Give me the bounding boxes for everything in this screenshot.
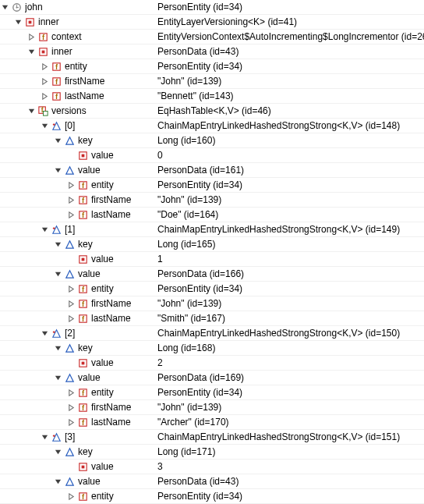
svg-marker-73 [55,375,60,379]
chevron-down-icon[interactable] [53,165,62,175]
svg-rect-34 [82,154,85,157]
node-value: 0 [156,150,424,161]
tree-row[interactable]: keyLong (id=165) [0,237,424,252]
tree-row[interactable]: ffirstName"John" (id=139) [0,193,424,208]
tree-row[interactable]: value1 [0,252,424,267]
indent [0,452,53,453]
chevron-down-icon[interactable] [40,225,49,234]
tree-row[interactable]: [3]ChainMapEntryLinkedHashedStrongStrong… [0,430,424,445]
tree-row[interactable]: valuePersonData (id=166) [0,267,424,282]
chevron-right-icon[interactable] [66,492,76,501]
tree-row[interactable]: innerPersonData (id=43) [0,44,424,59]
tree-row[interactable]: flastName"Archer" (id=170) [0,415,424,430]
indent [0,244,53,245]
chevron-right-icon[interactable] [26,32,36,41]
node-value: PersonEntity (id=34) [156,491,424,502]
tri-icon [64,135,76,147]
chevron-down-icon[interactable] [53,373,62,382]
chevron-right-icon[interactable] [66,403,76,412]
chevron-down-icon[interactable] [40,432,49,442]
tree-row[interactable]: ffirstName"John" (id=139) [0,296,424,311]
chevron-right-icon[interactable] [40,91,49,101]
field-icon: f [77,313,89,325]
tree-row[interactable]: [1]ChainMapEntryLinkedHashedStrongStrong… [0,222,424,237]
tree-row[interactable]: value0 [0,148,424,163]
tree-row[interactable]: keyLong (id=168) [0,341,424,356]
tri-icon [64,372,76,384]
indent [0,289,66,289]
chevron-down-icon[interactable] [26,47,36,56]
chevron-down-icon[interactable] [0,2,9,12]
chevron-down-icon[interactable] [53,269,62,279]
chevron-right-icon[interactable] [66,210,76,219]
tree-row[interactable]: fentityPersonEntity (id=34) [0,178,424,193]
node-name: value [91,150,114,161]
svg-marker-56 [69,286,72,291]
tree-row[interactable]: flastName"Doe" (id=164) [0,208,424,222]
chevron-right-icon[interactable] [66,180,76,190]
chevron-down-icon[interactable] [53,136,62,145]
tri-icon [64,446,76,458]
tree-row[interactable]: value3 [0,460,424,474]
name-cell: value [0,357,156,369]
chevron-right-icon[interactable] [66,195,76,204]
tree-row[interactable]: keyLong (id=171) [0,445,424,460]
name-cell: key [0,239,156,250]
node-value: "John" (id=139) [156,298,424,309]
chevron-right-icon[interactable] [66,284,76,293]
node-name: key [78,343,93,353]
tree-row[interactable]: innerEntityLayerVersioning<K> (id=41) [0,15,424,30]
tree-row[interactable]: johnPersonEntity (id=34) [0,0,424,15]
tree-row[interactable]: fentityPersonEntity (id=34) [0,59,424,74]
svg-marker-17 [42,78,46,83]
tree-row[interactable]: valuePersonData (id=169) [0,371,424,385]
chevron-right-icon[interactable] [40,76,49,86]
tree-row[interactable]: value2 [0,356,424,371]
node-name: firstName [65,76,104,87]
tree-row[interactable]: ffirstName"John" (id=139) [0,400,424,415]
tree-row[interactable]: valuePersonData (id=161) [0,163,424,178]
indent [0,185,66,186]
chevron-down-icon[interactable] [53,240,62,249]
tree-row[interactable]: ffirstName"John" (id=139) [0,74,424,89]
chevron-down-icon[interactable] [13,17,23,27]
tree-row[interactable]: fversionsEqHashTable<K,V> (id=46) [0,104,424,119]
node-name: value [78,165,101,176]
tree-row[interactable]: fentityPersonEntity (id=34) [0,385,424,400]
tree-row[interactable]: [2]ChainMapEntryLinkedHashedStrongStrong… [0,326,424,341]
field-icon: f [37,31,49,43]
tree-row[interactable]: valuePersonData (id=43) [0,474,424,489]
tree-row[interactable]: flastName"Bennett" (id=143) [0,89,424,104]
chevron-right-icon[interactable] [66,417,76,427]
chevron-right-icon[interactable] [66,299,76,308]
tree-row[interactable]: flastName"Smith" (id=167) [0,311,424,326]
node-value: PersonEntity (id=34) [156,387,424,398]
chevron-down-icon[interactable] [53,447,62,456]
svg-marker-55 [66,270,73,277]
svg-marker-78 [69,404,72,410]
chevron-down-icon[interactable] [40,328,49,338]
node-name: key [78,135,93,146]
chevron-down-icon[interactable] [26,106,36,115]
chevron-down-icon[interactable] [40,121,49,130]
chevron-right-icon[interactable] [66,314,76,323]
indent [0,126,40,126]
node-name: lastName [91,313,131,324]
svg-marker-69 [55,346,60,350]
field-icon: f [51,61,62,73]
tree-row[interactable]: fentityPersonEntity (id=34) [0,282,424,296]
tree-row[interactable]: fentityPersonEntity (id=34) [0,489,424,504]
tree-row[interactable]: [0]ChainMapEntryLinkedHashedStrongStrong… [0,119,424,133]
name-cell: fentity [0,491,156,502]
node-value: PersonData (id=161) [156,165,424,176]
tree-row[interactable]: fcontextEntityVersionContext$AutoIncreme… [0,30,424,44]
node-value: "Bennett" (id=143) [156,91,424,101]
no-arrow [66,358,76,367]
tree-row[interactable]: keyLong (id=160) [0,133,424,148]
field-icon: f [77,491,89,502]
chevron-right-icon[interactable] [40,62,49,71]
chevron-down-icon[interactable] [53,343,62,353]
chevron-right-icon[interactable] [66,388,76,397]
node-name: lastName [91,209,131,220]
chevron-down-icon[interactable] [53,477,62,486]
